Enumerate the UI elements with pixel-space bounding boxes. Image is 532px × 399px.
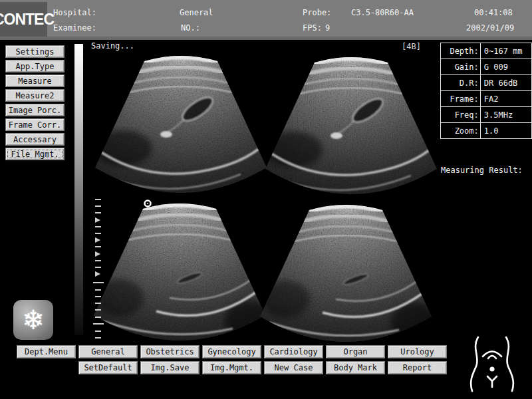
menu-urology[interactable]: Urology — [388, 345, 447, 358]
sidebar-item-app-type[interactable]: App.Type — [5, 60, 65, 72]
snowflake-icon: ❄ — [22, 305, 45, 335]
ultrasound-frame-4[interactable] — [260, 205, 438, 342]
sidebar-item-measure[interactable]: Measure — [5, 74, 65, 87]
sidebar-item-measure2[interactable]: Measure2 — [5, 89, 65, 102]
menu-dept-menu[interactable]: Dept.Menu — [17, 345, 76, 358]
probe-label: Probe: — [303, 8, 331, 17]
table-row: Frame:FA2 — [441, 91, 532, 107]
menu-cardiology[interactable]: Cardiology — [264, 345, 323, 358]
header-bar: CONTEC Hospital: General Probe: C3.5-80R… — [0, 0, 532, 37]
depth-label: Depth: — [441, 43, 481, 59]
ultrasound-frame-1[interactable] — [94, 56, 267, 193]
zoom-value: 1.0 — [480, 123, 531, 139]
ultrasound-quad-display[interactable] — [85, 39, 439, 344]
frame-label: Frame: — [441, 91, 481, 107]
abdomen-body-mark-icon — [460, 334, 524, 394]
freq-value: 3.5MHz — [480, 107, 531, 123]
dr-label: D.R: — [441, 75, 481, 91]
ultrasound-canvas — [85, 39, 439, 344]
table-row: Depth:0~167 mm — [441, 43, 532, 59]
table-row: Zoom:1.0 — [441, 123, 532, 139]
menu-general[interactable]: General — [78, 345, 138, 358]
action-new-case[interactable]: New Case — [264, 361, 323, 374]
frame-value: FA2 — [480, 91, 531, 107]
sidebar-item-image-proc[interactable]: Image Porc. — [5, 104, 65, 116]
table-row: Freq:3.5MHz — [441, 107, 532, 123]
dr-value: DR 66dB — [480, 75, 531, 91]
gain-label: Gain: — [441, 59, 481, 75]
fps-label: FPS: — [303, 23, 322, 33]
sidebar-item-settings[interactable]: Settings — [5, 45, 65, 58]
table-row: D.R:DR 66dB — [441, 75, 532, 91]
parameter-table: Depth:0~167 mm Gain:G 009 D.R:DR 66dB Fr… — [440, 43, 532, 139]
menu-gynecology[interactable]: Gynecology — [202, 345, 261, 358]
clock-time: 00:41:08 — [474, 8, 513, 17]
zoom-label: Zoom: — [441, 123, 481, 139]
patient-no-label: NO.: — [181, 23, 200, 33]
sidebar-item-frame-corr[interactable]: Frame Corr. — [5, 118, 65, 131]
action-body-mark[interactable]: Body Mark — [326, 361, 385, 374]
fps-value: 9 — [325, 23, 330, 33]
ultrasound-frame-3[interactable] — [94, 203, 271, 341]
depth-value: 0~167 mm — [480, 43, 531, 59]
action-set-default[interactable]: SetDefault — [78, 361, 138, 374]
freeze-indicator: ❄ — [13, 300, 53, 340]
action-report[interactable]: Report — [388, 361, 447, 374]
menu-obstetrics[interactable]: Obstetrics — [140, 345, 200, 358]
measuring-result-label: Measuring Result: — [441, 166, 523, 175]
hospital-label: Hospital: — [53, 8, 96, 17]
grayscale-bar — [74, 44, 83, 335]
table-row: Gain:G 009 — [441, 59, 532, 75]
contec-logo: CONTEC — [0, 2, 47, 37]
menu-organ[interactable]: Organ — [326, 345, 385, 358]
examinee-label: Examinee: — [53, 23, 96, 33]
ultrasound-screen: CONTEC Hospital: General Probe: C3.5-80R… — [0, 0, 532, 399]
sidebar-item-file-mgmt[interactable]: File Mgmt. — [5, 148, 65, 160]
action-img-save[interactable]: Img.Save — [140, 361, 200, 374]
hospital-value: General — [180, 8, 213, 17]
ultrasound-frame-2[interactable] — [264, 57, 437, 194]
gain-value: G 009 — [480, 59, 531, 75]
sidebar-item-accessary[interactable]: Accessary — [5, 133, 65, 146]
freq-label: Freq: — [441, 107, 481, 123]
circle-marker-icon — [145, 201, 151, 207]
probe-value: C3.5-80R60-AA — [351, 8, 414, 17]
date-value: 2002/01/09 — [466, 23, 514, 33]
action-img-mgmt[interactable]: Img.Mgmt. — [202, 361, 261, 374]
